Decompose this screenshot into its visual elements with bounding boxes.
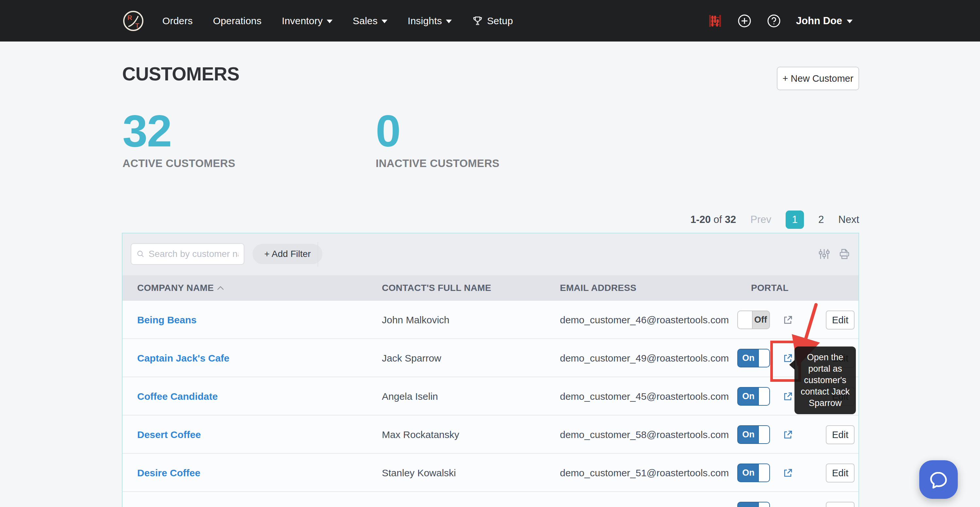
sliders-icon[interactable]	[818, 248, 830, 260]
topbar: R T Orders Operations Inventory Sales In…	[0, 0, 980, 41]
portal-toggle[interactable]: On	[737, 425, 770, 444]
edit-button[interactable]: Edit	[826, 425, 854, 444]
user-menu[interactable]: John Doe	[796, 15, 853, 27]
nav-insights[interactable]: Insights	[408, 15, 452, 27]
table-row: Desert Coffee Max Rockatansky demo_custo…	[123, 416, 859, 454]
column-header-contact-name[interactable]: CONTACT'S FULL NAME	[382, 275, 491, 301]
pagination-page-1[interactable]: 1	[786, 210, 804, 229]
roastertools-logo[interactable]: R T	[123, 10, 144, 32]
search-icon	[137, 249, 145, 258]
pagination-next[interactable]: Next	[838, 214, 859, 226]
pagination: 1-20 of 32 Prev 1 2 Next	[122, 210, 859, 229]
customers-table-card: + Add Filter COMPANY NAME CONTACT'S FULL…	[122, 233, 859, 507]
plus-circle-icon[interactable]	[737, 14, 752, 28]
company-link[interactable]: Being Beans	[137, 301, 372, 339]
printer-icon[interactable]	[838, 248, 851, 260]
toggle-knob	[758, 349, 769, 367]
chat-icon	[928, 469, 949, 490]
sort-caret-up-icon	[217, 286, 224, 290]
toggle-knob	[738, 311, 752, 328]
caret-down-icon	[382, 20, 387, 23]
pagination-prev[interactable]: Prev	[750, 214, 771, 226]
active-customers-count: 32	[123, 108, 235, 154]
contact-name: Jack Sparrow	[382, 339, 552, 377]
open-portal-icon[interactable]	[783, 430, 793, 440]
contact-name: Max Rockatansky	[382, 416, 552, 454]
company-link[interactable]: Desert Coffee	[137, 416, 372, 454]
column-header-email[interactable]: EMAIL ADDRESS	[560, 275, 636, 301]
email-address: demo_customer_45@roastertools.com	[560, 377, 743, 416]
column-header-company-name[interactable]: COMPANY NAME	[137, 275, 224, 301]
table-row: Captain Jack's Cafe Jack Sparrow demo_cu…	[123, 339, 859, 377]
active-customers-stat: 32 ACTIVE CUSTOMERS	[123, 108, 235, 170]
column-header-portal[interactable]: PORTAL	[751, 275, 789, 301]
nav-sales[interactable]: Sales	[353, 15, 387, 27]
caret-down-icon	[446, 20, 452, 23]
nav-operations[interactable]: Operations	[213, 15, 262, 27]
chat-launcher[interactable]	[919, 460, 958, 499]
toggle-knob	[758, 426, 769, 443]
table-header-row: COMPANY NAME CONTACT'S FULL NAME EMAIL A…	[123, 275, 859, 301]
email-address: demo_customer_46@roastertools.com	[560, 301, 743, 339]
table-row: Coffee Candidate Angela Iselin demo_cust…	[123, 377, 859, 416]
portal-tooltip: Open the portal as customer's contact Ja…	[794, 346, 856, 414]
active-customers-label: ACTIVE CUSTOMERS	[123, 157, 235, 170]
nav-orders[interactable]: Orders	[162, 15, 193, 27]
email-address: demo_customer_51@roastertools.com	[560, 454, 743, 492]
help-circle-icon[interactable]	[767, 14, 781, 28]
pagination-range: 1-20 of 32	[690, 214, 736, 226]
toggle-knob	[758, 464, 769, 481]
toolbar-divider	[318, 242, 318, 267]
inactive-customers-count: 0	[375, 108, 500, 154]
toggle-knob	[758, 388, 769, 405]
search-input[interactable]	[149, 249, 239, 259]
page-title: CUSTOMERS	[122, 63, 239, 84]
nav-setup[interactable]: Setup	[472, 15, 513, 27]
svg-text:R: R	[127, 14, 132, 21]
email-address: demo_customer_49@roastertools.com	[560, 339, 743, 377]
open-portal-icon[interactable]	[783, 315, 793, 325]
add-filter-button[interactable]: + Add Filter	[253, 244, 323, 264]
edit-button[interactable]: Edit	[826, 464, 854, 483]
main-nav: Orders Operations Inventory Sales Insigh…	[162, 15, 513, 27]
svg-text:T: T	[135, 22, 139, 29]
inactive-customers-stat: 0 INACTIVE CUSTOMERS	[375, 108, 500, 170]
user-name: John Doe	[796, 15, 842, 27]
company-link[interactable]: Captain Jack's Cafe	[137, 339, 372, 377]
trophy-icon	[472, 15, 483, 27]
portal-toggle[interactable]: Off	[737, 311, 770, 329]
portal-toggle[interactable]: On	[737, 464, 770, 482]
pagination-page-2[interactable]: 2	[818, 214, 824, 226]
company-link[interactable]: Desire Coffee	[137, 454, 372, 492]
contact-name: Angela Iselin	[382, 377, 552, 416]
portal-toggle[interactable]: On	[737, 387, 770, 406]
portal-toggle[interactable]: On	[737, 502, 770, 507]
toggle-knob	[758, 502, 769, 507]
open-portal-icon[interactable]	[783, 468, 793, 478]
topbar-right: John Doe	[708, 14, 853, 28]
company-link[interactable]: Coffee Candidate	[137, 377, 372, 416]
inactive-customers-label: INACTIVE CUSTOMERS	[375, 157, 500, 170]
caret-down-icon	[847, 20, 853, 23]
contact-name: John Malkovich	[382, 301, 552, 339]
abacus-icon[interactable]	[708, 14, 722, 28]
table-toolbar: + Add Filter	[123, 233, 859, 275]
contact-name: Stanley Kowalski	[382, 454, 552, 492]
edit-button[interactable]: Edit	[826, 311, 854, 330]
email-address: demo_customer_58@roastertools.com	[560, 416, 743, 454]
nav-inventory[interactable]: Inventory	[282, 15, 332, 27]
table-row: On Edit	[123, 492, 859, 507]
open-portal-icon[interactable]	[783, 392, 793, 402]
table-row: Being Beans John Malkovich demo_customer…	[123, 301, 859, 339]
new-customer-button[interactable]: + New Customer	[777, 67, 859, 90]
portal-toggle[interactable]: On	[737, 349, 770, 367]
search-box	[130, 243, 244, 265]
caret-down-icon	[327, 20, 332, 23]
table-row: Desire Coffee Stanley Kowalski demo_cust…	[123, 454, 859, 492]
edit-button[interactable]: Edit	[826, 502, 854, 507]
